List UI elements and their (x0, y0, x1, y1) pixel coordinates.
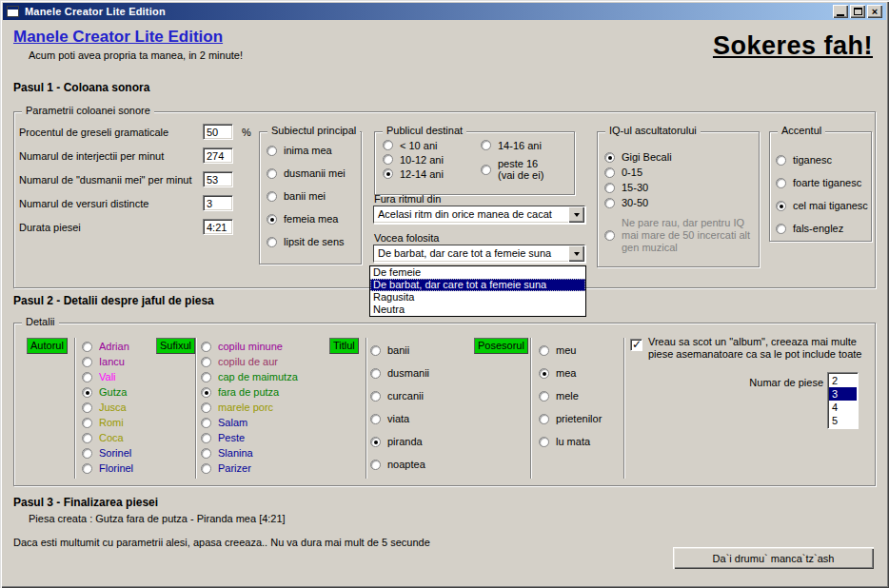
audience-option[interactable]: 14-16 ani (481, 138, 557, 152)
title-options: banii dusmanii curcanii viata piranda (370, 339, 429, 476)
audience-option[interactable]: < 10 ani (383, 138, 444, 152)
possessor-option[interactable]: prietenilor (539, 407, 602, 430)
suffix-options: copilu minune copilu de aur cap de maimu… (201, 339, 298, 476)
title-option[interactable]: banii (370, 339, 429, 362)
track-count-item[interactable]: 5 (829, 414, 857, 427)
voice-dropdown-item[interactable]: Ragusita (370, 291, 585, 304)
voice-combobox[interactable]: De barbat, dar care tot a femeie suna (373, 245, 585, 263)
suffix-option[interactable]: marele porc (201, 400, 298, 415)
iq-option[interactable]: 30-50 (604, 195, 672, 210)
suffix-option[interactable]: Peste (201, 430, 298, 445)
divider (74, 338, 76, 479)
title-option[interactable]: viata (370, 407, 429, 430)
radio-icon (201, 357, 211, 367)
iq-option[interactable]: Gigi Becali (604, 149, 672, 165)
create-button[interactable]: Da`i drumu` manca`tz`ash (673, 547, 874, 569)
app-icon (7, 6, 19, 17)
author-option[interactable]: Coca (82, 430, 133, 445)
possessor-option[interactable]: lu mata (539, 430, 602, 453)
field-row: Durata piesei (19, 215, 276, 239)
radio-icon (604, 198, 615, 208)
iq-option[interactable]: 0-15 (604, 165, 672, 180)
suffix-option[interactable]: copilu minune (201, 339, 298, 354)
author-option[interactable]: Sorinel (82, 445, 133, 461)
suffix-option[interactable]: fara de putza (201, 384, 298, 400)
audience-option[interactable]: peste 16 (vai de ei) (481, 158, 557, 181)
subject-option[interactable]: femeia mea (267, 207, 346, 230)
title-option[interactable]: noaptea (370, 453, 429, 476)
close-button[interactable]: × (867, 5, 882, 18)
accent-option[interactable]: fals-englez (776, 217, 868, 240)
radio-icon (604, 152, 615, 163)
radio-icon (539, 391, 549, 402)
radio-icon (370, 437, 381, 447)
field-input[interactable] (203, 195, 233, 211)
accent-option[interactable]: foarte tiganesc (776, 171, 868, 194)
rhythm-combobox[interactable]: Acelasi ritm din orice manea de cacat (373, 206, 585, 224)
author-option[interactable]: Jusca (82, 400, 133, 415)
field-input[interactable] (203, 147, 233, 164)
author-option[interactable]: Florinel (82, 461, 133, 476)
suffix-option[interactable]: Salam (201, 415, 298, 430)
track-count-item[interactable]: 3 (829, 387, 857, 401)
maximize-button[interactable] (850, 5, 865, 18)
voice-dropdown-item[interactable]: De barbat, dar care tot a femeie suna (370, 279, 585, 291)
possessor-option[interactable]: meu (539, 339, 602, 362)
suffix-option[interactable]: copilu de aur (201, 354, 298, 369)
track-count-item[interactable]: 4 (829, 401, 857, 414)
author-option[interactable]: Adrian (82, 339, 133, 354)
possessor-option[interactable]: mea (539, 362, 602, 384)
app-header-link[interactable]: Manele Creator Lite Edition (13, 28, 223, 47)
album-checkbox[interactable] (630, 339, 642, 351)
field-row: Numarul de "dusmanii mei" per minut (19, 167, 276, 191)
subject-option[interactable]: dusmanii mei (267, 162, 346, 185)
field-input[interactable] (203, 124, 233, 140)
subject-option[interactable]: lipsit de sens (267, 230, 346, 253)
author-option[interactable]: Vali (82, 369, 133, 384)
accent-option[interactable]: tiganesc (776, 148, 868, 171)
field-input[interactable] (203, 171, 233, 187)
titlebar[interactable]: Manele Creator Lite Edition × (3, 3, 886, 20)
accent-option[interactable]: cel mai tiganesc (776, 194, 868, 217)
radio-icon (201, 402, 211, 413)
create-hint-text: Daca esti multumit cu parametrii alesi, … (13, 537, 430, 548)
title-option[interactable]: dusmanii (370, 362, 429, 384)
rhythm-dropdown-button[interactable] (568, 206, 584, 223)
step2-group-label: Detalii (22, 316, 59, 327)
radio-icon (201, 463, 211, 474)
audience-option[interactable]: 10-12 ani (383, 152, 444, 167)
voice-dropdown-button[interactable] (568, 245, 584, 262)
field-input[interactable] (203, 219, 233, 235)
author-option[interactable]: Gutza (82, 384, 133, 400)
radio-icon (201, 372, 211, 382)
track-count-label: Numar de piese (709, 377, 823, 388)
iq-option[interactable]: 15-30 (604, 180, 672, 195)
field-label: Procentul de greseli gramaticale (19, 127, 203, 138)
accent-options: tiganesc foarte tiganesc cel mai tiganes… (776, 148, 868, 240)
suffix-option[interactable]: Slanina (201, 445, 298, 461)
minimize-button[interactable] (833, 5, 848, 18)
subject-option[interactable]: inima mea (267, 139, 346, 162)
brand-link[interactable]: Sokeres fah! (713, 31, 873, 61)
field-label: Numarul de versuri distincte (19, 198, 203, 209)
author-option[interactable]: Romi (82, 415, 133, 430)
audience-group-label: Publicul destinat (383, 125, 466, 136)
radio-icon (370, 345, 381, 356)
album-checkbox-label[interactable]: Vreau sa scot un "album", creeaza mai mu… (648, 336, 879, 361)
radio-icon (267, 214, 277, 225)
radio-icon (82, 433, 92, 443)
radio-icon (201, 342, 211, 352)
audience-option[interactable]: 12-14 ani (383, 167, 444, 181)
possessor-option[interactable]: mele (539, 384, 602, 407)
suffix-option[interactable]: Parizer (201, 461, 298, 476)
track-count-item[interactable]: 2 (829, 374, 857, 387)
divider (530, 338, 532, 479)
suffix-option[interactable]: cap de maimutza (201, 369, 298, 384)
title-option[interactable]: curcanii (370, 384, 429, 407)
voice-dropdown-item[interactable]: De femeie (370, 266, 585, 279)
subject-option[interactable]: banii mei (267, 185, 346, 207)
title-option[interactable]: piranda (370, 430, 429, 453)
voice-dropdown-item[interactable]: Neutra (370, 304, 585, 316)
radio-icon (370, 368, 381, 379)
author-option[interactable]: Iancu (82, 354, 133, 369)
